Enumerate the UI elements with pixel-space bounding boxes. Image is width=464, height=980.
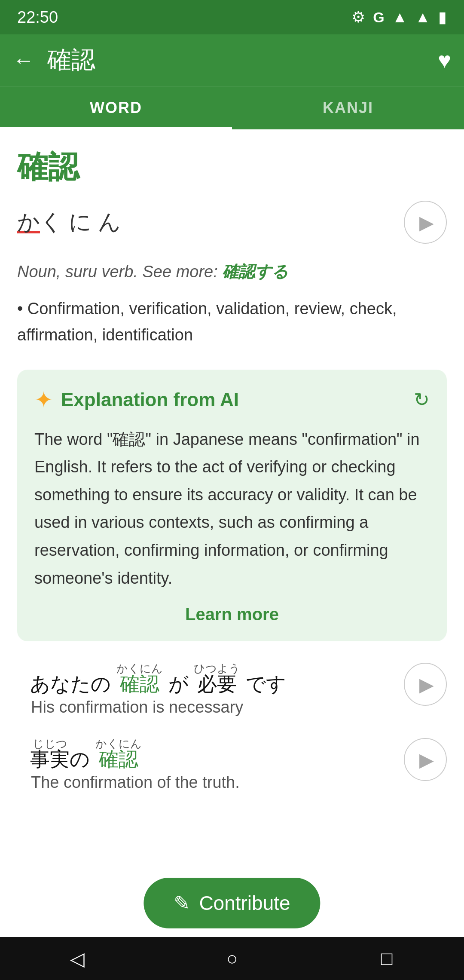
example-sentence-1: あなたの かくにん 確認 が ひつよう 必要 です His confirmati…: [17, 663, 447, 717]
example-item-1: あなたの かくにん 確認 が ひつよう 必要 です His confirmati…: [17, 663, 447, 717]
nav-recent-icon: □: [381, 948, 393, 969]
signal-icon: ▲: [415, 8, 430, 26]
pronunciation-char-0: か: [17, 209, 40, 234]
contribute-icon: ✎: [174, 891, 190, 915]
word-type-link[interactable]: 確認する: [222, 263, 288, 281]
play-pronunciation-button[interactable]: ▶: [404, 201, 447, 244]
nav-back-button[interactable]: ◁: [52, 941, 103, 976]
nav-recent-button[interactable]: □: [361, 941, 412, 976]
nav-home-icon: ○: [226, 948, 238, 969]
status-time: 22:50: [17, 8, 58, 27]
word-type: Noun, suru verb. See more: 確認する: [17, 261, 447, 283]
word-title: 確認: [17, 147, 447, 188]
pronunciation-row: かく に ん ▶: [17, 201, 447, 244]
example-english-1: His confirmation is necessary: [17, 698, 395, 717]
pronunciation-char-1: く に ん: [40, 209, 121, 234]
example-left-2: じじつ 事実 の かくにん 確認 The confirmation of the…: [17, 738, 395, 792]
favorite-button[interactable]: ♥: [438, 47, 451, 73]
app-bar-title: 確認: [47, 44, 425, 77]
ai-explanation-card: ✦ Explanation from AI ↻ The word "確認" in…: [17, 370, 447, 642]
nav-bar: ◁ ○ □: [0, 937, 464, 980]
ai-card-title: Explanation from AI: [61, 389, 239, 410]
status-icons: ⚙ G ▲ ▲ ▮: [351, 8, 447, 26]
play-example-2-icon: ▶: [419, 749, 434, 771]
example-english-2: The confirmation of the truth.: [17, 773, 395, 792]
ruby-kakunin-1: かくにん 確認: [116, 663, 163, 694]
status-bar: 22:50 ⚙ G ▲ ▲ ▮: [0, 0, 464, 34]
settings-icon: ⚙: [351, 8, 365, 26]
play-example-1-button[interactable]: ▶: [404, 663, 447, 706]
app-bar: ← 確認 ♥: [0, 34, 464, 86]
tab-word[interactable]: WORD: [0, 86, 232, 129]
ai-card-body: The word "確認" in Japanese means "confirm…: [34, 426, 430, 592]
nav-home-button[interactable]: ○: [206, 941, 258, 976]
ruby-kakunin-2: かくにん 確認: [95, 738, 142, 769]
example-ruby-line-2: じじつ 事実 の かくにん 確認: [17, 738, 395, 769]
battery-icon: ▮: [438, 8, 447, 26]
play-example-1-icon: ▶: [419, 674, 434, 695]
example-ruby-line-1: あなたの かくにん 確認 が ひつよう 必要 です: [17, 663, 395, 694]
example-sentence-2: じじつ 事実 の かくにん 確認 The confirmation of the…: [17, 738, 447, 792]
g-icon: G: [373, 9, 384, 26]
tab-kanji[interactable]: KANJI: [232, 86, 464, 129]
refresh-button[interactable]: ↻: [414, 389, 430, 410]
back-button[interactable]: ←: [13, 48, 34, 73]
ruby-hitsuyou: ひつよう 必要: [194, 663, 240, 694]
ai-card-header: ✦ Explanation from AI ↻: [34, 387, 430, 413]
contribute-label: Contribute: [199, 891, 290, 915]
nav-back-icon: ◁: [70, 948, 85, 970]
sparkle-icon: ✦: [34, 387, 53, 413]
contribute-button[interactable]: ✎ Contribute: [143, 878, 320, 928]
definitions: • Confirmation, verification, validation…: [17, 296, 447, 348]
ai-card-title-row: ✦ Explanation from AI: [34, 387, 239, 413]
ruby-jijitsu: じじつ 事実: [30, 738, 70, 769]
back-icon: ←: [13, 48, 34, 73]
play-example-2-button[interactable]: ▶: [404, 738, 447, 781]
play-icon: ▶: [419, 211, 434, 233]
example-left-1: あなたの かくにん 確認 が ひつよう 必要 です His confirmati…: [17, 663, 395, 717]
favorite-icon: ♥: [438, 48, 451, 73]
pronunciation-text: かく に ん: [17, 207, 121, 237]
learn-more-link[interactable]: Learn more: [34, 605, 430, 624]
plain-anata: あなたの: [30, 674, 116, 694]
tabs: WORD KANJI: [0, 86, 464, 129]
main-content: 確認 かく に ん ▶ Noun, suru verb. See more: 確…: [0, 129, 464, 955]
wifi-icon: ▲: [392, 8, 408, 26]
example-item-2: じじつ 事実 の かくにん 確認 The confirmation of the…: [17, 738, 447, 792]
